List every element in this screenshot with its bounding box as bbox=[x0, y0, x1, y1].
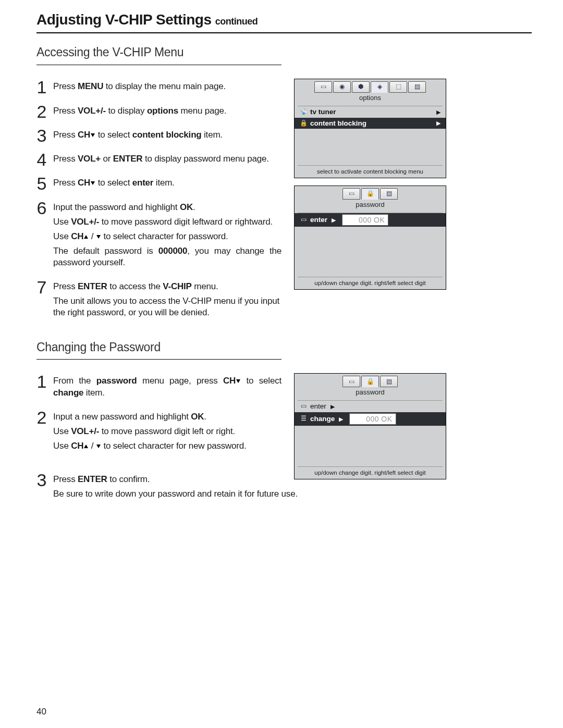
section-2-rule bbox=[36, 359, 282, 360]
osd-caption: options bbox=[298, 93, 443, 106]
section-1-heading: Accessing the V-CHIP Menu bbox=[36, 45, 532, 60]
step-text: Press VOL+ or ENTER to display password … bbox=[53, 153, 282, 165]
chevron-up-icon bbox=[84, 445, 88, 448]
osd-tab-icon: ▤ bbox=[380, 376, 398, 387]
step-text: Press ENTER to confirm. bbox=[53, 474, 324, 485]
step-number: 5 bbox=[36, 175, 47, 192]
osd-password-panel: ▭ 🔒 ▤ password ▭ enter ▶ 000000 OK up/do… bbox=[294, 186, 446, 290]
title-main: Adjusting V-CHIP Settings bbox=[36, 11, 215, 28]
osd-hint: select to activate content blocking menu bbox=[298, 165, 443, 178]
chevron-right-icon: ▶ bbox=[331, 216, 336, 224]
osd-row-content-blocking: 🔒 content blocking ▶ bbox=[295, 118, 446, 129]
step-number: 1 bbox=[36, 79, 47, 95]
step-number: 1 bbox=[36, 373, 47, 401]
title-continued: continued bbox=[215, 16, 258, 27]
step-text: Press MENU to display the menu main page… bbox=[53, 81, 282, 92]
chevron-down-icon bbox=[91, 133, 95, 137]
osd-tab-icon: ◉ bbox=[333, 81, 351, 93]
osd-tab-icon: 🔒 bbox=[361, 376, 379, 387]
chevron-up-icon bbox=[84, 235, 88, 239]
step-text: Use VOL+/- to move password digit leftwa… bbox=[53, 216, 282, 228]
step-number: 2 bbox=[36, 409, 47, 455]
osd-hint: up/down change digit. right/left select … bbox=[298, 466, 443, 479]
chevron-right-icon: ▶ bbox=[329, 403, 335, 410]
osd-tab-icon: 🔒 bbox=[361, 188, 379, 200]
page-title: Adjusting V-CHIP Settings continued bbox=[36, 10, 532, 33]
section-1-steps: 1 Press MENU to display the menu main pa… bbox=[36, 79, 282, 329]
chevron-right-icon: ▶ bbox=[435, 119, 440, 127]
step-number: 6 bbox=[36, 200, 47, 272]
section-2-steps: 1 From the password menu page, press CH … bbox=[36, 373, 282, 510]
step-text: Press CH to select enter item. bbox=[53, 177, 282, 189]
section-1-rule bbox=[36, 65, 282, 65]
osd-tab-icon: ▤ bbox=[408, 81, 426, 93]
osd-tab-icon: ▭ bbox=[314, 81, 332, 93]
tuner-icon: 📡 bbox=[300, 108, 307, 116]
step-number: 4 bbox=[36, 151, 47, 168]
step-text: Press CH to select content blocking item… bbox=[53, 129, 282, 141]
step-text: From the password menu page, press CH to… bbox=[53, 375, 282, 398]
osd-caption: password bbox=[298, 200, 443, 213]
osd-tab-icon: ⬚ bbox=[389, 81, 407, 93]
step-text: The default password is 000000, you may … bbox=[53, 245, 282, 268]
step-text: Use CH / to select character for new pas… bbox=[53, 440, 282, 452]
step-text: Be sure to write down your password and … bbox=[53, 488, 324, 500]
step-text: Input the password and highlight OK. bbox=[53, 202, 282, 213]
chevron-right-icon: ▶ bbox=[435, 108, 440, 116]
osd-options-panel: ▭ ◉ ⬢ ◈ ⬚ ▤ options 📡 tv tuner ▶ 🔒 conte… bbox=[294, 79, 446, 178]
step-text: Use VOL+/- to move password digit left o… bbox=[53, 426, 282, 437]
chevron-down-icon bbox=[96, 445, 101, 448]
page-number: 40 bbox=[36, 706, 46, 718]
section-2-heading: Changing the Password bbox=[36, 340, 532, 355]
step-number: 3 bbox=[36, 127, 47, 144]
password-field: 000000 OK bbox=[346, 413, 396, 425]
step-number: 3 bbox=[36, 472, 47, 503]
osd-hint: up/down change digit. right/left select … bbox=[298, 277, 443, 289]
osd-row-enter: ▭ enter ▶ 000000 OK bbox=[295, 213, 446, 227]
osd-tab-icon: ◈ bbox=[371, 81, 388, 93]
osd-tab-icon: ▤ bbox=[380, 188, 398, 200]
password-field: 000000 OK bbox=[339, 214, 388, 226]
osd-tab-icon: ⬢ bbox=[352, 81, 370, 93]
osd-row-change: ☰ change ▶ 000000 OK bbox=[295, 412, 446, 426]
keypad-icon: ▭ bbox=[300, 216, 307, 224]
osd-row-enter: ▭ enter ▶ bbox=[295, 401, 446, 412]
osd-tab-icon: ▭ bbox=[342, 376, 360, 387]
step-text: Press ENTER to access the V-CHIP menu. bbox=[53, 281, 282, 292]
step-text: Use CH / to select character for passwor… bbox=[53, 231, 282, 242]
chevron-right-icon: ▶ bbox=[338, 415, 343, 423]
osd-password-change-panel: ▭ 🔒 ▤ password ▭ enter ▶ ☰ change ▶ 0000… bbox=[294, 373, 446, 479]
chevron-down-icon bbox=[96, 235, 101, 239]
chevron-down-icon bbox=[236, 379, 240, 383]
step-text: The unit allows you to access the V-CHIP… bbox=[53, 295, 282, 318]
keypad-icon: ▭ bbox=[300, 402, 307, 411]
chevron-down-icon bbox=[91, 181, 95, 185]
step-text: Press VOL+/- to display options menu pag… bbox=[53, 105, 282, 117]
osd-row-tvtuner: 📡 tv tuner ▶ bbox=[295, 106, 446, 118]
list-icon: ☰ bbox=[300, 415, 307, 423]
osd-tab-icon: ▭ bbox=[342, 188, 360, 200]
step-text: Input a new password and highlight OK. bbox=[53, 411, 282, 423]
osd-caption: password bbox=[298, 387, 443, 401]
step-number: 7 bbox=[36, 279, 47, 322]
step-number: 2 bbox=[36, 103, 47, 120]
lock-icon: 🔒 bbox=[300, 119, 307, 128]
